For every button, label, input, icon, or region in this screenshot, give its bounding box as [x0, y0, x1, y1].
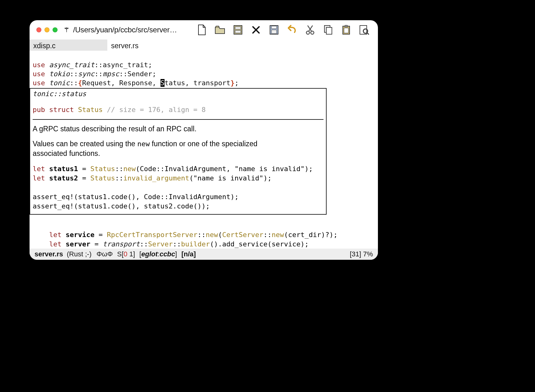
assert: assert_eq!(status1.code(), Code::Invalid… [33, 193, 239, 201]
assert: assert_eq!(status1.code(), status2.code(… [33, 202, 210, 210]
close-window-button[interactable] [36, 27, 41, 32]
tail: ().add_service(service); [210, 240, 309, 248]
module: async_trait [49, 61, 95, 69]
var: status2 [45, 174, 78, 182]
close-button[interactable] [250, 24, 262, 35]
traffic-lights [36, 27, 58, 32]
open-folder-button[interactable] [214, 24, 226, 35]
popup-signature: pub struct Status // size = 176, align =… [33, 106, 323, 114]
hover-doc-popup: tonic::status pub struct Status // size … [30, 88, 327, 215]
b: ] [175, 250, 177, 258]
args: ("name is invalid"); [189, 174, 272, 182]
brace: } [230, 79, 235, 87]
save-drawer-button[interactable] [232, 24, 244, 35]
tab-server-rs[interactable]: server.rs [107, 40, 185, 51]
modeline-phi: ΦωΦ [96, 250, 113, 258]
pad [33, 240, 49, 248]
keyword: let [49, 231, 62, 239]
svg-point-6 [306, 31, 309, 34]
eq: = [90, 240, 103, 248]
type: RpcCertTransportServer [107, 231, 197, 239]
module: mpsc [103, 70, 119, 78]
eglot-project: ccbc [160, 250, 175, 258]
size-comment: // size = 176, align = 8 [107, 106, 206, 114]
modeline-syntax: S[0 1] [117, 250, 135, 258]
minimize-window-button[interactable] [44, 27, 49, 32]
sep: :: [70, 79, 78, 87]
zoom-window-button[interactable] [53, 27, 58, 32]
ident: Request [82, 79, 111, 87]
sep: :: [70, 70, 78, 78]
modeline-position: [31] 7% [350, 250, 373, 258]
type: CertServer [222, 231, 263, 239]
code: ::async_trait; [95, 61, 152, 69]
floppy-save-button[interactable] [268, 24, 280, 35]
svg-point-7 [311, 31, 314, 34]
keyword: use [33, 70, 45, 78]
eq: = [78, 174, 91, 182]
paren: ( [218, 231, 222, 239]
module: tokio [49, 70, 70, 78]
svg-rect-4 [272, 26, 277, 29]
fn: new [123, 165, 136, 173]
ident: tatus [165, 79, 185, 87]
type: Server [148, 240, 173, 248]
svg-rect-2 [235, 30, 241, 33]
search-button[interactable] [359, 24, 370, 35]
doc-text: function or one of the specialized [150, 140, 258, 148]
type: Status [90, 174, 115, 182]
ident: Response [119, 79, 152, 87]
cut-button[interactable] [305, 24, 316, 35]
svg-rect-11 [345, 25, 348, 27]
editor-area[interactable]: use async_trait::async_trait; use tokio:… [30, 51, 378, 87]
tab-xdisp-c[interactable]: xdisp.c [30, 40, 107, 51]
popup-code-example: let status1 = Status::new(Code::InvalidA… [33, 164, 323, 211]
popup-doc-line-3: associated functions. [33, 149, 323, 158]
keyword: let [33, 165, 45, 173]
module: transport [103, 240, 140, 248]
undo-button[interactable] [286, 24, 298, 35]
svg-rect-12 [344, 28, 348, 33]
window-title: /Users/yuan/p/ccbc/src/server… [73, 26, 177, 34]
sep: :: [173, 240, 181, 248]
comma: , [111, 79, 119, 87]
comma: , [185, 79, 193, 87]
type-name: Status [78, 106, 103, 114]
new-file-button[interactable] [196, 24, 207, 35]
modeline-eglot[interactable]: [eglot:ccbc] [139, 250, 177, 258]
modeline-vc: [n/a] [181, 250, 196, 258]
sep: :: [198, 231, 206, 239]
app-window: { "title": { "vc_glyph": "⚚", "path": "/… [30, 20, 378, 260]
copy-button[interactable] [323, 24, 334, 35]
popup-doc-line-1: A gRPC status describing the result of a… [33, 124, 323, 133]
modeline-major-mode: (Rust ;-) [67, 250, 91, 258]
args: (cert_dir)?); [284, 231, 337, 239]
fn: new [272, 231, 284, 239]
titlebar: ⚚ /Users/yuan/p/ccbc/src/server… [30, 20, 378, 40]
popup-path: tonic::status [33, 90, 323, 98]
errors: 0 [123, 250, 127, 258]
sep: :: [115, 174, 123, 182]
modeline: server.rs (Rust ;-) ΦωΦ S[0 1] [eglot:cc… [30, 249, 378, 260]
doc-text: Values can be created using the [33, 140, 137, 148]
comma: , [152, 79, 160, 87]
popup-doc-line-2: Values can be created using the new func… [33, 139, 323, 149]
keyword: struct [49, 106, 74, 114]
eq: = [78, 165, 91, 173]
fn: invalid_argument [123, 174, 189, 182]
modeline-filename: server.rs [35, 250, 63, 258]
svg-rect-5 [272, 30, 277, 34]
svg-rect-9 [326, 27, 332, 34]
b: ] [133, 250, 135, 258]
code: ::Sender; [119, 70, 156, 78]
popup-divider [33, 119, 323, 120]
popup-path-text: tonic::status [33, 90, 86, 98]
paste-button[interactable] [341, 24, 352, 35]
sep: :: [115, 165, 123, 173]
args: (Code::InvalidArgument, "name is invalid… [136, 165, 313, 173]
type: Status [90, 165, 115, 173]
svg-rect-1 [235, 27, 241, 29]
sep: :: [95, 70, 103, 78]
var: status1 [45, 165, 78, 173]
vc-indicator-icon: ⚚ [64, 26, 69, 34]
